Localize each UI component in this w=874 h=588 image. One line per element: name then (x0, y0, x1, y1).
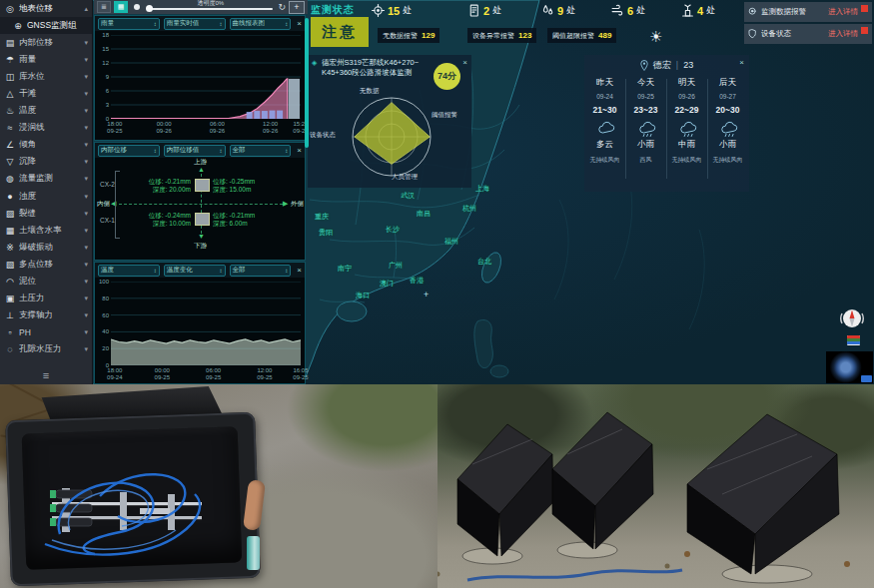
weather-divider (707, 79, 708, 179)
sun-icon: ☀ (649, 28, 662, 46)
link-action[interactable]: 进入详情 (828, 29, 858, 39)
map-city-label: 武汉 (401, 191, 415, 201)
sidebar-item-label: PH (19, 327, 84, 337)
weather-current-temp: 23 (683, 60, 693, 70)
weather-date: 09-25 (625, 93, 666, 100)
link-label: 设备状态 (761, 29, 825, 39)
alarm-box[interactable]: 无数据报警129 (378, 28, 439, 43)
arrow-right-icon: ▶ (283, 200, 288, 208)
caret-icon: ▾ (84, 210, 88, 218)
panel2-select-metric[interactable]: 内部位移值↕ (164, 145, 226, 157)
chart-column-scrollbar[interactable] (305, 18, 309, 148)
grid-view-button[interactable]: ▦ (114, 1, 128, 13)
direction-down-label: 下游 (194, 242, 207, 250)
close-icon[interactable]: × (462, 58, 467, 67)
stat-unit: 处 (403, 4, 412, 17)
stat-unit: 处 (636, 4, 645, 17)
sidebar-item[interactable]: ※爆破振动▾ (0, 239, 92, 256)
sidebar-item[interactable]: ◌孔隙水压力▾ (0, 341, 92, 358)
direction-right-label: 外侧 (291, 200, 304, 208)
link-device-status[interactable]: 设备状态进入详情 (744, 24, 872, 44)
sidebar-item[interactable]: ◫库水位▾ (0, 68, 92, 85)
panel2-select-type[interactable]: 内部位移↕ (98, 145, 160, 157)
layers-icon[interactable] (847, 335, 860, 345)
sidebar-item[interactable]: ▤内部位移▾ (0, 34, 92, 51)
inclination-icon: ∠ (4, 140, 16, 150)
panel2-select-point[interactable]: 全部↕ (230, 145, 292, 157)
dry-beach-icon: △ (4, 89, 16, 99)
panel3-select-metric[interactable]: 温度变化↕ (164, 265, 226, 277)
opacity-slider[interactable]: 透明度0% (146, 0, 275, 14)
panel3-select-point[interactable]: 全部↕ (230, 265, 292, 277)
sidebar-item[interactable]: ▽沉降▾ (0, 154, 92, 171)
sidebar-item-label: 沉降 (19, 156, 84, 168)
sidebar-item[interactable]: △干滩▾ (0, 85, 92, 102)
caret-icon: ▾ (84, 328, 88, 336)
alarm-count: 489 (598, 31, 611, 40)
panel3-select-type[interactable]: 温度↕ (98, 265, 160, 277)
weather-desc: 多云 (584, 139, 625, 151)
marker-toggle[interactable] (134, 4, 140, 10)
sidebar-item[interactable]: ≈浸润线▾ (0, 120, 92, 137)
link-monitor-data-alarm[interactable]: 监测数据报警进入详情 (744, 2, 872, 22)
sensor-node[interactable] (195, 213, 210, 226)
sidebar-item[interactable]: ◍流量监测▾ (0, 171, 92, 188)
map-city-label: 贵阳 (319, 228, 333, 238)
sidebar-item[interactable]: ◠泥位▾ (0, 274, 92, 291)
x-axis-tick: 16:0509-25 (293, 367, 308, 380)
chart-toolbar: ≣ ▦ 透明度0% ↻ + (94, 0, 308, 14)
stat-unit: 处 (566, 4, 575, 17)
sidebar-item[interactable]: ▨裂缝▾ (0, 205, 92, 222)
sensor-node[interactable] (195, 179, 210, 192)
caret-icon: ▾ (84, 278, 88, 286)
cx2-right-values: 位移: -0.25mm深度: 15.00m (213, 178, 273, 193)
sidebar-item[interactable]: ▦土壤含水率▾ (0, 222, 92, 239)
sidebar-item[interactable]: ▣土压力▾ (0, 291, 92, 307)
panel-internal-displacement: 内部位移↕ 内部位移值↕ 全部↕ × 上游 ▲ ▼ 下游 内侧 ◀ ▶ 外侧 C… (94, 142, 306, 261)
radar-axis-label: 人员管理 (392, 173, 418, 182)
compass-icon[interactable] (839, 305, 865, 331)
map-city-label: 杭州 (462, 204, 476, 214)
close-icon[interactable]: × (739, 58, 744, 67)
sidebar-item[interactable]: ▧多点位移▾ (0, 256, 92, 273)
globe-thumbnail[interactable] (826, 351, 873, 383)
alarm-box[interactable]: 设备异常报警123 (467, 28, 536, 43)
weather-city: 德宏 (653, 59, 671, 72)
close-icon[interactable]: × (297, 266, 302, 275)
sidebar-item[interactable]: ●浊度▾ (0, 188, 92, 205)
panel1-select-type[interactable]: 雨量↕ (98, 18, 160, 30)
sidebar-item-label: 土压力 (19, 293, 84, 304)
panel1-select-view[interactable]: 曲线报表图↕ (230, 18, 292, 30)
sidebar-collapse-button[interactable]: ≡ (0, 369, 92, 381)
alarm-box[interactable]: 阈值超限报警489 (547, 28, 616, 43)
sidebar-item[interactable]: ♨温度▾ (0, 103, 92, 120)
temperature-chart: 02040608010018:0009-2400:0009-2506:0009-… (111, 282, 301, 365)
sidebar-item[interactable]: ⊕GNSS监测组 (0, 17, 92, 34)
slider-handle[interactable] (146, 5, 153, 12)
close-icon[interactable]: × (297, 146, 302, 155)
photo-installed-enclosures (437, 384, 874, 588)
sidebar-item[interactable]: ☂雨量▾ (0, 51, 92, 68)
weather-temp-range: 22~29 (666, 105, 707, 115)
device-doc-icon (467, 4, 480, 17)
multipoint-displacement-icon: ▧ (4, 260, 16, 270)
cx-bracket (115, 171, 120, 239)
stat-count: 2 (483, 5, 489, 17)
caret-icon: ▾ (84, 294, 88, 302)
refresh-icon[interactable]: ↻ (278, 2, 286, 12)
sidebar-item[interactable]: ∠倾角▾ (0, 137, 92, 154)
sidebar-item[interactable]: ◎地表位移▴ (0, 0, 92, 17)
list-view-button[interactable]: ≣ (97, 1, 111, 13)
sidebar-item[interactable]: ▫PH▾ (0, 324, 92, 341)
sidebar-item[interactable]: ⊥支撑轴力▾ (0, 307, 92, 324)
horizontal-axis-line (119, 204, 283, 205)
panel-temperature: 温度↕ 温度变化↕ 全部↕ × 02040608010018:0009-2400… (94, 262, 306, 384)
cx1-left-values: 位移: -0.24mm深度: 10.00m (133, 212, 191, 227)
panel1-select-metric[interactable]: 雨量实时值↕ (164, 18, 226, 30)
select-arrows-icon: ↕ (220, 148, 223, 154)
close-icon[interactable]: × (297, 19, 302, 28)
link-action[interactable]: 进入详情 (828, 7, 858, 17)
crosshair-icon (372, 4, 385, 17)
add-panel-button[interactable]: + (289, 1, 305, 14)
caret-icon: ▾ (84, 311, 88, 319)
